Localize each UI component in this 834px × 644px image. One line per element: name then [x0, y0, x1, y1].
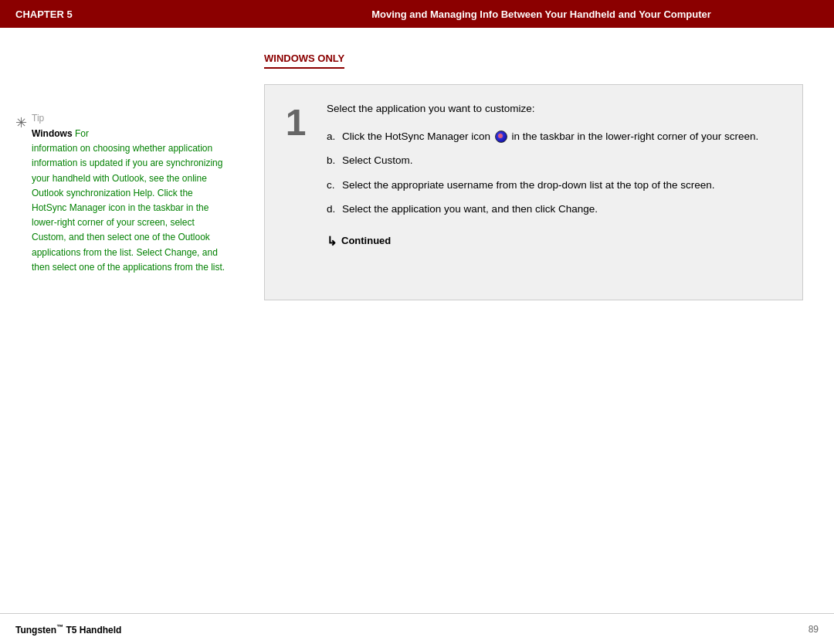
step-item-c-text: Select the appropriate username from the…	[342, 177, 715, 194]
step-item-a: a. Click the HotSync Manager icon in the…	[327, 128, 787, 145]
tip-windows-bold: Windows	[32, 128, 73, 139]
continued-label: Continued	[341, 233, 391, 249]
step-item-d: d. Select the application you want, and …	[327, 201, 787, 218]
main-content: ✳ Tip Windows For information on choosin…	[0, 28, 834, 613]
tip-intro: For	[73, 128, 89, 139]
chapter-label: CHAPTER 5	[0, 8, 249, 20]
step-content: Select the application you want to custo…	[327, 100, 787, 284]
page-content: WINDOWS ONLY 1 Select the application yo…	[249, 51, 834, 613]
step-item-b-label: b.	[327, 152, 342, 169]
brand-name: Tungsten	[15, 625, 56, 636]
step-item-a-label: a.	[327, 128, 342, 145]
step-item-a-text: Click the HotSync Manager icon in the ta…	[342, 128, 758, 145]
step-item-b-text: Select Custom.	[342, 152, 413, 169]
model-name: T5 Handheld	[63, 625, 121, 636]
tip-content: Tip Windows For information on choosing …	[32, 113, 225, 275]
step-item-d-text: Select the application you want, and the…	[342, 201, 598, 218]
step-number: 1	[280, 104, 311, 284]
tip-text: Windows For information on choosing whet…	[32, 127, 225, 275]
sidebar: ✳ Tip Windows For information on choosin…	[0, 51, 249, 613]
tip-section: ✳ Tip Windows For information on choosin…	[15, 113, 225, 275]
tip-asterisk-icon: ✳	[15, 114, 27, 131]
page-header: CHAPTER 5 Moving and Managing Info Betwe…	[0, 0, 834, 28]
step-item-c: c. Select the appropriate username from …	[327, 177, 787, 194]
trademark-symbol: ™	[56, 623, 63, 631]
step-item-c-label: c.	[327, 177, 342, 194]
page-footer: Tungsten™ T5 Handheld 89	[0, 613, 834, 644]
tip-body: information on choosing whether applicat…	[32, 143, 225, 273]
page-number: 89	[809, 624, 819, 635]
continued-arrow-icon: ↳	[327, 232, 337, 252]
tip-label: Tip	[32, 113, 225, 124]
continued-indicator: ↳ Continued	[327, 232, 787, 252]
step-item-b: b. Select Custom.	[327, 152, 787, 169]
windows-only-label: WINDOWS ONLY	[264, 53, 344, 69]
chapter-title: Moving and Managing Info Between Your Ha…	[249, 8, 834, 20]
hotsync-icon	[495, 130, 507, 143]
footer-brand: Tungsten™ T5 Handheld	[15, 623, 121, 636]
step-heading: Select the application you want to custo…	[327, 100, 787, 117]
step-box: 1 Select the application you want to cus…	[264, 84, 803, 300]
step-item-d-label: d.	[327, 201, 342, 218]
